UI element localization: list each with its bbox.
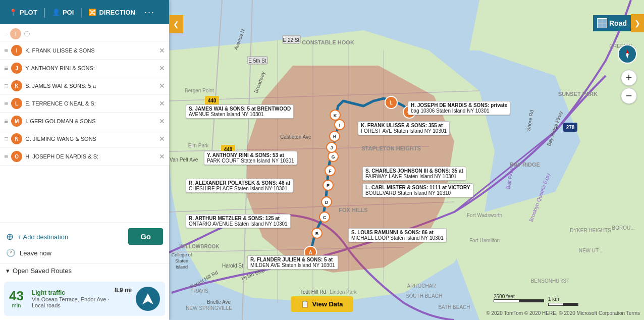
more-button[interactable]: ···	[140, 5, 159, 20]
svg-text:NEW UT...: NEW UT...	[579, 248, 603, 253]
close-button[interactable]: ✕	[159, 99, 165, 108]
route-item-text: I. GERI GOLDMAN & SONS	[25, 118, 156, 124]
stop-marker: O	[11, 151, 22, 162]
saved-routes-toggle[interactable]: ▾ Open Saved Routes	[0, 263, 169, 278]
stop-label-k: S. JAMES WAI & SONS: 5 at BRENTWOOD AVEN…	[186, 104, 294, 119]
copyright: © 2020 TomTom © 2020 HERE, © 2020 Micros…	[486, 310, 640, 316]
list-item: ≡ I K. FRANK ULISSE & SONS ✕	[0, 42, 169, 60]
stop-marker: J	[11, 63, 22, 74]
stop-marker: L	[11, 98, 22, 109]
svg-text:I: I	[339, 123, 341, 128]
scale-2500ft: 2500 feet	[494, 294, 515, 299]
route-item-text: H. JOSEPH DE NARDIS & S:	[25, 153, 156, 159]
svg-text:Harold St: Harold St	[222, 263, 243, 269]
svg-text:440: 440	[208, 98, 217, 103]
svg-text:College of: College of	[172, 252, 192, 257]
svg-text:C: C	[323, 215, 327, 220]
left-arrow-icon: ❮	[173, 20, 179, 28]
svg-text:H: H	[333, 134, 337, 139]
bottom-controls: ⊕ + Add destination 🕐 Leave now Go	[0, 223, 169, 263]
close-button[interactable]: ✕	[159, 117, 165, 125]
expand-right-button[interactable]: ❯	[631, 14, 644, 32]
leave-now-button[interactable]: 🕐 Leave now	[6, 246, 68, 259]
stop-marker-i: I	[10, 28, 21, 39]
svg-text:E 22 St: E 22 St	[283, 37, 300, 43]
add-destination-button[interactable]: ⊕ + Add destination	[6, 229, 68, 244]
svg-text:WILLOWBROOK: WILLOWBROOK	[180, 244, 220, 249]
poi-button[interactable]: 👤 POI	[47, 6, 79, 19]
drag-handle: ≡	[4, 46, 8, 55]
close-button[interactable]: ✕	[159, 82, 165, 90]
drag-handle: ≡	[4, 117, 8, 125]
direction-icon: 🔀	[88, 9, 96, 16]
svg-text:D: D	[325, 200, 329, 205]
stop-label-l: H. JOSEPH DE NARDIS & SONS: private bag …	[408, 101, 510, 115]
route-item-text: ⓘ	[24, 30, 165, 38]
map-type-button[interactable]: Road	[593, 15, 631, 31]
zoom-out-button[interactable]: −	[621, 88, 637, 104]
poi-icon: 👤	[52, 9, 60, 16]
svg-point-98	[626, 53, 628, 55]
route-item-text: K. FRANK ULISSE & SONS	[25, 47, 156, 54]
route-list: ≡ I ⓘ ≡ I K. FRANK ULISSE & SONS ✕ ≡ J Y…	[0, 24, 169, 223]
drag-handle: ≡	[4, 82, 8, 90]
map-controls-top-right: Road ❯	[593, 14, 644, 32]
drag-handle: ≡	[4, 99, 8, 108]
route-details: Light traffic Via Ocean Terrace, Endor A…	[32, 289, 111, 308]
road-label: Road	[609, 19, 627, 27]
svg-text:SOUTH BEACH: SOUTH BEACH	[406, 293, 442, 299]
list-item: ≡ O H. JOSEPH DE NARDIS & S: ✕	[0, 148, 169, 166]
action-row: ⊕ + Add destination 🕐 Leave now Go	[6, 229, 163, 259]
separator-2: |	[80, 7, 82, 18]
svg-marker-91	[142, 293, 153, 304]
navigate-button[interactable]	[136, 287, 160, 311]
route-summary: 43 min Light traffic Via Ocean Terrace, …	[4, 282, 165, 316]
svg-text:DYKER HEIGHTS: DYKER HEIGHTS	[570, 228, 611, 233]
stop-marker: K	[11, 80, 22, 91]
close-button[interactable]: ✕	[159, 135, 165, 143]
close-button[interactable]: ✕	[159, 152, 165, 161]
svg-text:E 5th St: E 5th St	[248, 58, 266, 64]
svg-text:STAPLETON HEIGHTS: STAPLETON HEIGHTS	[361, 145, 421, 151]
close-button[interactable]: ✕	[159, 64, 165, 72]
svg-text:Bergen Point: Bergen Point	[185, 88, 214, 93]
svg-text:Todt Hill Rd: Todt Hill Rd	[300, 289, 326, 295]
close-button[interactable]: ✕	[159, 46, 165, 55]
svg-text:Van Pelt Ave: Van Pelt Ave	[170, 157, 198, 163]
svg-text:F: F	[329, 169, 332, 174]
svg-text:TRAVIS: TRAVIS	[190, 288, 208, 294]
collapse-panel-button[interactable]: ❮	[169, 15, 183, 33]
svg-text:Elm Park: Elm Park	[188, 143, 209, 148]
view-data-button[interactable]: 📋 View Data	[291, 296, 353, 312]
svg-text:Linden Park: Linden Park	[330, 289, 357, 295]
go-button[interactable]: Go	[128, 228, 163, 245]
svg-text:K: K	[334, 113, 337, 118]
svg-text:J: J	[330, 145, 333, 150]
stop-marker: I	[11, 45, 22, 56]
svg-text:SUNSET PARK: SUNSET PARK	[558, 91, 598, 97]
svg-text:BOROU...: BOROU...	[612, 225, 634, 231]
zoom-in-button[interactable]: +	[621, 70, 637, 86]
list-item: ≡ J Y. ANTHONY RINI & SONS: ✕	[0, 60, 169, 77]
svg-text:A: A	[308, 250, 312, 255]
route-item-text: E. TERRENCE O'NEAL & S:	[25, 100, 156, 106]
list-item: ≡ K S. JAMES WAI & SONS: 5 a ✕	[0, 77, 169, 95]
stop-label-e: R. ALEXANDER POLATSEK & SONS: 46 at CHES…	[186, 179, 293, 193]
table-icon: 📋	[301, 300, 309, 308]
svg-text:B: B	[315, 231, 319, 236]
clock-icon: 🕐	[6, 248, 16, 257]
zoom-controls: + −	[621, 70, 637, 104]
svg-text:NEW SPRINGVILLE: NEW SPRINGVILLE	[186, 305, 232, 311]
direction-button[interactable]: 🔀 DIRECTION	[83, 6, 140, 19]
compass-button[interactable]	[618, 44, 637, 64]
svg-text:BENSONHURST: BENSONHURST	[531, 278, 570, 284]
svg-text:Staten: Staten	[175, 258, 188, 263]
svg-text:BAY RIDGE: BAY RIDGE	[510, 162, 540, 168]
list-item: ≡ L E. TERRENCE O'NEAL & S: ✕	[0, 95, 169, 113]
scale-1km: 1 km	[548, 296, 559, 302]
plot-button[interactable]: 📍 PLOT	[4, 6, 42, 19]
drag-handle: ≡	[4, 152, 8, 161]
left-panel: 📍 PLOT | 👤 POI | 🔀 DIRECTION ··· ≡ I ⓘ ≡…	[0, 0, 169, 320]
stop-label-j: Y. ANTHONY RINI & SONS: 53 at PARK COURT…	[204, 151, 297, 165]
plot-icon: 📍	[9, 9, 17, 16]
